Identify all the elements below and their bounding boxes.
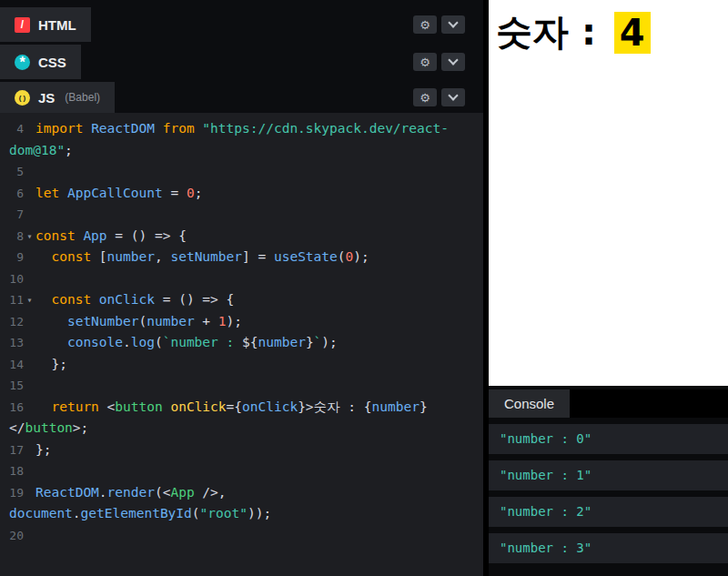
line-number: 7 [0,204,24,226]
line-number: 16 [0,397,24,419]
code-line[interactable]: 10 [0,268,483,290]
code-line[interactable]: 8▾const App = () => { [0,226,483,248]
console-log-row: "number : 1" [489,460,728,490]
code-line-wrap[interactable]: document.getElementById("root")); [0,503,483,525]
tab-html[interactable]: / HTML [0,7,91,42]
html-header-buttons: ⚙ [413,7,465,42]
fold-caret-icon[interactable]: ▾ [24,289,35,311]
code-text: const App = () => { [35,226,187,248]
chevron-down-icon [448,90,458,100]
chevron-down-icon [448,17,458,27]
code-text: document.getElementById("root")); [9,503,271,525]
code-line-wrap[interactable]: dom@18"; [0,140,483,162]
line-number: 15 [0,375,24,397]
console-header: Console [489,389,728,418]
js-header-buttons: ⚙ [413,82,465,113]
html-icon: / [15,17,30,33]
code-text: return <button onClick={onClick}>숫자 : {n… [35,397,428,419]
code-line[interactable]: 9 const [number, setNumber] = useState(0… [0,247,483,268]
console-panel: Console "number : 0""number : 1""number … [489,389,728,576]
line-number: 18 [0,460,24,482]
code-line[interactable]: 20 [0,525,483,547]
code-text: setNumber(number + 1); [35,311,242,333]
css-header-buttons: ⚙ [413,45,465,79]
editor-pane: / HTML ⚙ * CSS ⚙ [0,0,483,576]
line-number: 4 [0,118,24,140]
gear-icon: ⚙ [420,56,430,68]
console-log-row: "number : 0" [489,424,728,454]
code-text: const onClick = () => { [35,289,234,311]
fold-spacer [24,247,35,268]
counter-button[interactable]: 숫자 : 4 [496,7,651,57]
tab-html-label: HTML [38,17,76,33]
line-number: 14 [0,354,24,376]
css-icon: * [15,55,30,70]
fold-spacer [24,375,35,397]
code-line[interactable]: 11▾ const onClick = () => { [0,289,483,311]
code-line[interactable]: 6let AppCallCount = 0; [0,183,483,205]
editor-headers: / HTML ⚙ * CSS ⚙ [0,0,483,113]
line-number: 19 [0,482,24,504]
code-text: }; [35,354,67,376]
chevron-down-icon [448,55,458,65]
line-number: 12 [0,311,24,333]
fold-spacer [24,204,35,226]
code-text: console.log(`number : ${number}`); [35,332,338,354]
code-line[interactable]: 12 setNumber(number + 1); [0,311,483,333]
fold-spacer [24,525,35,547]
code-line[interactable]: 5 [0,161,483,183]
html-editor-header: / HTML ⚙ [0,7,483,42]
counter-label: 숫자 : [496,7,609,57]
code-text: ReactDOM.render(<App />, [35,482,227,504]
code-line[interactable]: 17}; [0,440,483,461]
line-number: 11 [0,289,24,311]
fold-spacer [24,332,35,354]
tab-js-label: JS [38,90,55,106]
line-number: 9 [0,247,24,268]
code-line[interactable]: 19ReactDOM.render(<App />, [0,482,483,504]
html-settings-button[interactable]: ⚙ [413,15,437,34]
gear-icon: ⚙ [420,19,430,31]
gear-icon: ⚙ [420,92,430,104]
code-line[interactable]: 15 [0,375,483,397]
js-icon: ( ) [15,90,30,106]
code-text: }; [35,440,51,461]
fold-spacer [24,460,35,482]
js-editor-header: ( ) JS (Babel) ⚙ [0,82,483,113]
line-number: 8 [0,226,24,248]
fold-caret-icon[interactable]: ▾ [24,226,35,248]
fold-spacer [24,354,35,376]
code-text: let AppCallCount = 0; [35,183,202,205]
code-text: import ReactDOM from "https://cdn.skypac… [35,118,449,140]
tab-css[interactable]: * CSS [0,45,81,79]
js-collapse-button[interactable] [441,88,465,106]
counter-value: 4 [614,12,651,54]
code-line-wrap[interactable]: </button>; [0,418,483,440]
line-number: 13 [0,332,24,354]
fold-spacer [24,161,35,183]
code-line[interactable]: 7 [0,204,483,226]
code-area[interactable]: 4import ReactDOM from "https://cdn.skypa… [0,113,483,576]
fold-spacer [24,440,35,461]
code-line[interactable]: 4import ReactDOM from "https://cdn.skypa… [0,118,483,140]
css-collapse-button[interactable] [441,53,465,71]
fold-spacer [24,311,35,333]
html-collapse-button[interactable] [441,15,465,34]
fold-spacer [24,482,35,504]
code-playground: / HTML ⚙ * CSS ⚙ [0,0,728,576]
code-text: </button>; [9,418,88,440]
preview-area: 숫자 : 4 [489,0,728,386]
tab-js[interactable]: ( ) JS (Babel) [0,82,115,113]
console-title[interactable]: Console [489,389,570,418]
js-settings-button[interactable]: ⚙ [413,88,437,106]
fold-spacer [24,397,35,419]
code-line[interactable]: 16 return <button onClick={onClick}>숫자 :… [0,397,483,419]
console-log-row: "number : 2" [489,497,728,527]
code-line[interactable]: 14 }; [0,354,483,376]
css-settings-button[interactable]: ⚙ [413,53,437,71]
console-logs: "number : 0""number : 1""number : 2""num… [489,418,728,576]
line-number: 10 [0,268,24,290]
code-line[interactable]: 13 console.log(`number : ${number}`); [0,332,483,354]
code-line[interactable]: 18 [0,460,483,482]
tab-js-sublabel: (Babel) [65,91,100,104]
